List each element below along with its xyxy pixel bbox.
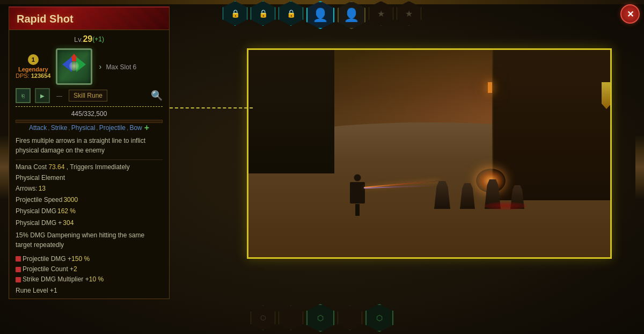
skill-body: Lv. 29 (+1) 1 Legendary DPS: 123654 xyxy=(9,30,169,299)
lock-icon-3: 🔒 xyxy=(287,9,296,18)
skill-bottom-row: ⎗ ▶ — Skill Rune 🔍 xyxy=(16,88,163,103)
close-button[interactable]: ✕ xyxy=(620,4,640,24)
bottom-slot-2[interactable] xyxy=(279,306,303,330)
bottom-slot-skill-2[interactable]: ⬡ xyxy=(365,304,393,332)
tag-strike: Strike xyxy=(51,124,68,132)
xp-text: 445/332,500 xyxy=(16,110,163,118)
lock-icon-2: 🔒 xyxy=(259,9,268,18)
slot-info: › Max Slot 6 xyxy=(98,62,136,71)
gem-inner xyxy=(61,54,87,79)
legendary-badge: 1 Legendary DPS: 123654 xyxy=(16,54,50,79)
char-legs xyxy=(355,204,360,216)
character-portrait-2[interactable]: 👤 xyxy=(338,1,365,29)
separator: — xyxy=(56,92,62,99)
top-hex-row: 🔒 🔒 🔒 👤 👤 ★ ★ xyxy=(223,1,421,29)
bottom-nav-slots: ⬡ ⬡ ⬡ xyxy=(251,304,393,332)
play-button[interactable]: ▶ xyxy=(35,88,50,103)
red-dot-3 xyxy=(16,277,21,282)
mana-cost-row: Mana Cost 73.64 , Triggers Immediately xyxy=(16,163,163,171)
bottom-slot-1[interactable]: ⬡ xyxy=(251,306,275,330)
bg-building-right xyxy=(492,50,610,200)
side-ornament-left xyxy=(0,135,9,199)
torch-light xyxy=(488,82,492,93)
add-tag-button[interactable]: + xyxy=(144,123,149,133)
connecting-dashed-line xyxy=(170,107,253,108)
skill-title: Rapid Shot xyxy=(17,13,74,25)
skill-rune-button[interactable]: Skill Rune xyxy=(69,90,107,101)
bottom-slot-3[interactable] xyxy=(338,306,362,330)
game-preview-panel xyxy=(247,48,612,259)
level-row: Lv. 29 (+1) xyxy=(16,34,163,44)
share-button[interactable]: ⎗ xyxy=(16,88,31,103)
tag-bow: Bow xyxy=(129,124,142,132)
enemy-2 xyxy=(460,183,475,209)
level-label: Lv. xyxy=(74,35,83,43)
legendary-label: Legendary xyxy=(18,66,48,72)
hex-slot-3: 🔒 xyxy=(279,1,303,26)
level-value: 29 xyxy=(83,34,92,44)
skill-panel-header: Rapid Shot xyxy=(9,8,169,30)
gem-visual xyxy=(61,54,87,79)
bottom-slot-skill[interactable]: ⬡ xyxy=(306,304,334,332)
lock-icon-5: ★ xyxy=(405,9,413,19)
arrow-icon: › xyxy=(99,62,101,71)
tag-physical: Physical xyxy=(71,124,96,132)
stat-proj-speed: Projectile Speed 3000 xyxy=(16,195,163,205)
hex-slot-4: ★ xyxy=(369,1,393,26)
char-body xyxy=(350,182,365,204)
search-button[interactable]: 🔍 xyxy=(151,90,163,101)
bg-building-left xyxy=(248,50,334,173)
lock-icon-4: ★ xyxy=(377,9,385,19)
physical-element-label: Physical Element xyxy=(16,174,163,181)
stat-phys-dmg-2: Physical DMG +304 xyxy=(16,218,163,228)
dashed-separator xyxy=(16,106,163,107)
char-head xyxy=(354,174,361,181)
side-ornament-right xyxy=(635,135,644,199)
character-icon: 👤 xyxy=(312,8,328,23)
tags-row: Attack , Strike , Physical , Projectile … xyxy=(16,123,163,133)
tag-attack: Attack xyxy=(29,124,47,132)
skill-icon-row: 1 Legendary DPS: 123654 xyxy=(16,48,163,85)
bookmark-tab xyxy=(602,82,611,109)
hex-slot-5: ★ xyxy=(397,1,421,26)
dps-label: DPS: 123654 xyxy=(16,72,50,79)
skill-description: Fires multiple arrows in a straight line… xyxy=(16,136,163,155)
enemy-1 xyxy=(434,181,450,209)
blood-effect xyxy=(484,202,527,210)
max-slot-text: Max Slot 6 xyxy=(106,63,137,71)
legendary-count: 1 xyxy=(28,54,39,65)
bonus-projectile-count: Projectile Count +2 xyxy=(16,264,163,274)
divider-1 xyxy=(16,159,163,160)
dps-value: 123654 xyxy=(31,72,51,79)
bonus-strike-dmg: Strike DMG Multiplier +10 % xyxy=(16,274,163,285)
bonus-projectile-dmg: Projectile DMG +150 % xyxy=(16,254,163,264)
character xyxy=(348,174,367,214)
character-portrait[interactable]: 👤 xyxy=(306,1,334,29)
character-icon-2: 👤 xyxy=(343,8,360,23)
red-dot-2 xyxy=(16,267,21,272)
rune-level-row: Rune Level +1 xyxy=(16,287,163,294)
preview-content xyxy=(248,50,610,257)
level-bonus: (+1) xyxy=(92,35,104,43)
stat-arrows: Arrows: 13 xyxy=(16,184,163,194)
red-dot-1 xyxy=(16,256,21,262)
hex-slot-2: 🔒 xyxy=(251,1,275,26)
hex-slot-1: 🔒 xyxy=(223,1,247,26)
dampening-text: 15% DMG Dampening when hitting the same … xyxy=(16,230,163,250)
arrows-value: 13 xyxy=(39,184,46,194)
mana-cost-value: 73.64 xyxy=(48,163,64,171)
stat-phys-dmg-1: Physical DMG 162 % xyxy=(16,206,163,216)
skill-gem[interactable] xyxy=(56,48,92,85)
skill-panel: Rapid Shot Lv. 29 (+1) 1 Legendary DPS: … xyxy=(9,6,170,299)
tag-projectile: Projectile xyxy=(99,124,126,132)
lock-icon-1: 🔒 xyxy=(231,9,240,18)
